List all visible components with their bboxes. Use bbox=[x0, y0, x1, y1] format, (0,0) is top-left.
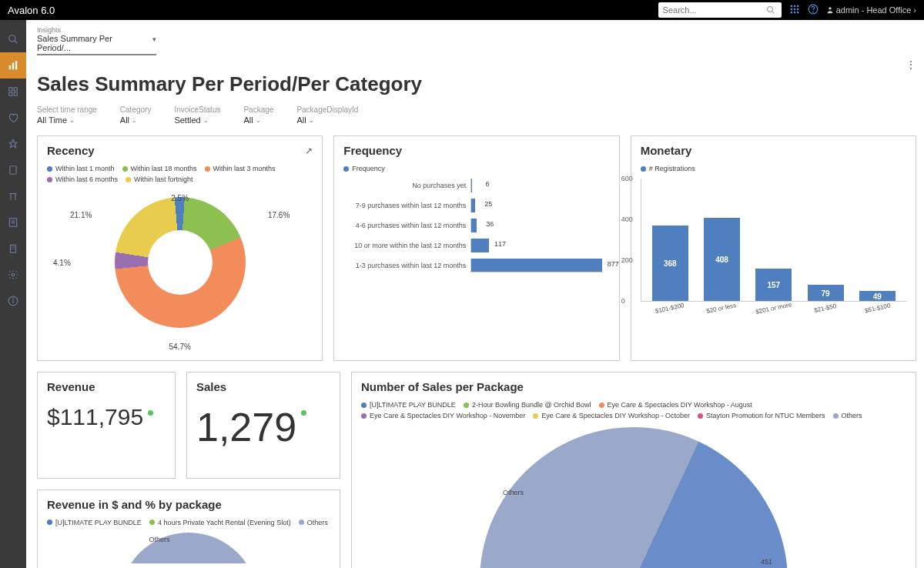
sales-package-chart: Others 451 bbox=[480, 427, 788, 568]
svg-point-12 bbox=[812, 12, 813, 12]
topbar: Avalon 6.0 admin - Head Office › bbox=[0, 0, 924, 20]
svg-rect-6 bbox=[793, 8, 795, 9]
frequency-chart: No purchases yet67-9 purchases within la… bbox=[343, 179, 609, 272]
chevron-down-icon: ⌄ bbox=[69, 117, 75, 124]
search-icon[interactable] bbox=[763, 2, 778, 18]
revenue-title: Revenue bbox=[47, 380, 166, 393]
search-box[interactable] bbox=[658, 2, 782, 18]
nav-settings[interactable] bbox=[0, 262, 26, 288]
filter-invoicestatus[interactable]: InvoiceStatusSettled ⌄ bbox=[174, 105, 220, 125]
nav-device[interactable] bbox=[0, 157, 26, 183]
card-recency: Recency ↗ Within last 1 monthWithin last… bbox=[37, 135, 323, 361]
svg-line-1 bbox=[772, 12, 774, 14]
filter-select-time-range[interactable]: Select time rangeAll Time ⌄ bbox=[37, 105, 97, 125]
recency-donut-chart bbox=[115, 197, 246, 328]
filters-row: Select time rangeAll Time ⌄CategoryAll ⌄… bbox=[37, 105, 916, 125]
chevron-down-icon: ⌄ bbox=[203, 117, 209, 124]
svg-rect-18 bbox=[15, 61, 17, 69]
card-frequency-title: Frequency bbox=[343, 144, 402, 157]
expand-icon[interactable]: ↗ bbox=[305, 145, 313, 156]
svg-rect-7 bbox=[796, 8, 798, 9]
sales-value: 1,279 bbox=[196, 405, 296, 449]
svg-rect-23 bbox=[10, 166, 16, 175]
breadcrumb-category: Insights bbox=[37, 26, 916, 34]
card-sales: Sales 1,279 bbox=[186, 372, 340, 479]
more-menu-icon[interactable]: ⋮ bbox=[906, 58, 916, 71]
revenue-value: $111,795 bbox=[47, 404, 143, 429]
status-dot-icon bbox=[148, 410, 153, 416]
svg-rect-2 bbox=[790, 5, 792, 6]
svg-rect-4 bbox=[796, 5, 798, 6]
card-monetary: Monetary # Registrations 020040060036840… bbox=[631, 135, 916, 361]
card-frequency: Frequency Frequency No purchases yet67-9… bbox=[333, 135, 619, 361]
svg-rect-20 bbox=[14, 88, 17, 91]
user-menu[interactable]: admin - Head Office › bbox=[826, 5, 916, 15]
breadcrumb: Insights Sales Summary Per Period/... ▾ bbox=[37, 20, 916, 58]
nav-heart[interactable] bbox=[0, 105, 26, 131]
nav-grid[interactable] bbox=[0, 79, 26, 105]
sales-title: Sales bbox=[196, 380, 330, 393]
monetary-chart: 02004006003684081577949 bbox=[641, 179, 906, 302]
status-dot-icon bbox=[301, 410, 306, 416]
svg-line-15 bbox=[15, 41, 18, 44]
revenue-package-title: Revenue in $ and % by package bbox=[47, 498, 222, 511]
svg-rect-17 bbox=[12, 63, 14, 70]
nav-info[interactable] bbox=[0, 288, 26, 314]
svg-point-14 bbox=[9, 35, 15, 42]
filter-packagedisplayid[interactable]: PackageDisplayIdAll ⌄ bbox=[296, 105, 358, 125]
apps-icon[interactable] bbox=[789, 4, 800, 17]
page-title: Sales Summary Per Period/Per Category bbox=[37, 72, 916, 96]
revenue-package-legend: [U]LTIMATE PLAY BUNDLE4 hours Private Ya… bbox=[47, 519, 330, 526]
nav-pin[interactable] bbox=[0, 131, 26, 157]
nav-file[interactable] bbox=[0, 209, 26, 236]
card-sales-package: Number of Sales per Package [U]LTIMATE P… bbox=[351, 372, 916, 568]
svg-rect-21 bbox=[9, 92, 12, 95]
nav-building[interactable] bbox=[0, 236, 26, 262]
help-icon[interactable] bbox=[808, 4, 819, 17]
svg-rect-16 bbox=[9, 65, 11, 69]
chevron-down-icon: ⌄ bbox=[309, 117, 314, 124]
sales-package-title: Number of Sales per Package bbox=[361, 380, 524, 393]
card-revenue: Revenue $111,795 bbox=[37, 372, 176, 479]
nav-text[interactable] bbox=[0, 183, 26, 209]
svg-rect-19 bbox=[9, 88, 12, 91]
svg-rect-27 bbox=[11, 245, 16, 252]
svg-point-13 bbox=[829, 7, 831, 9]
main-content: Insights Sales Summary Per Period/... ▾ … bbox=[26, 20, 924, 568]
svg-point-0 bbox=[767, 7, 772, 12]
app-title: Avalon 6.0 bbox=[8, 5, 55, 16]
chevron-down-icon: ⌄ bbox=[132, 117, 137, 124]
svg-rect-9 bbox=[793, 11, 795, 12]
card-monetary-title: Monetary bbox=[641, 144, 692, 157]
filter-category[interactable]: CategoryAll ⌄ bbox=[120, 105, 152, 125]
svg-rect-10 bbox=[796, 11, 798, 12]
filter-package[interactable]: PackageAll ⌄ bbox=[243, 105, 273, 125]
card-revenue-package: Revenue in $ and % by package [U]LTIMATE… bbox=[37, 489, 340, 569]
svg-point-32 bbox=[12, 273, 15, 276]
search-input[interactable] bbox=[658, 5, 763, 15]
nav-search[interactable] bbox=[0, 26, 26, 52]
sidebar bbox=[0, 20, 26, 568]
breadcrumb-dropdown[interactable]: Sales Summary Per Period/... ▾ bbox=[37, 34, 156, 55]
card-recency-title: Recency bbox=[47, 144, 95, 157]
svg-rect-22 bbox=[14, 92, 17, 95]
sales-package-legend: [U]LTIMATE PLAY BUNDLE2-Hour Bowling Bun… bbox=[361, 401, 906, 419]
svg-point-35 bbox=[13, 299, 14, 299]
recency-legend: Within last 1 monthWithin last 18 months… bbox=[47, 165, 313, 183]
chevron-down-icon: ▾ bbox=[152, 35, 156, 43]
chevron-down-icon: ⌄ bbox=[256, 117, 261, 124]
svg-rect-8 bbox=[790, 11, 792, 12]
svg-rect-3 bbox=[793, 5, 795, 6]
nav-insights[interactable] bbox=[0, 52, 26, 79]
svg-rect-5 bbox=[790, 8, 792, 9]
